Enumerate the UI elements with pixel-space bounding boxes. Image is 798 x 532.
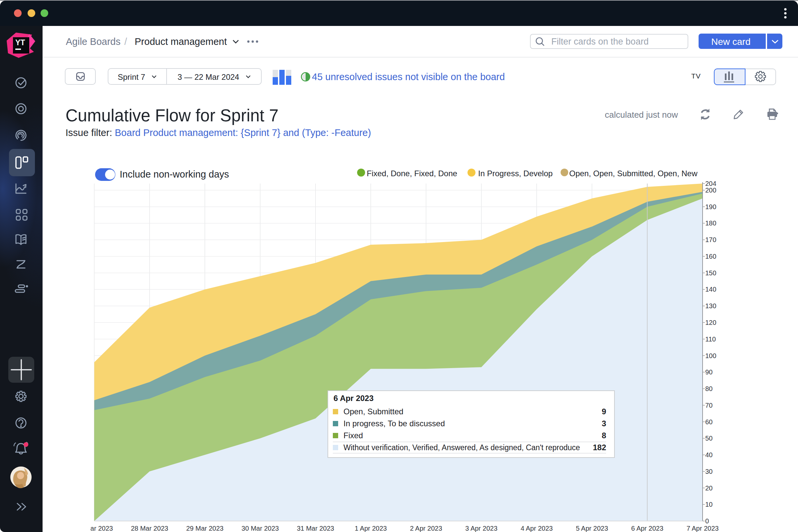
- svg-text:170: 170: [705, 236, 716, 243]
- svg-text:28 Mar 2023: 28 Mar 2023: [131, 525, 168, 532]
- svg-text:40: 40: [705, 451, 712, 458]
- svg-text:180: 180: [705, 220, 716, 227]
- svg-text:10: 10: [705, 501, 712, 508]
- svg-text:0: 0: [705, 517, 709, 525]
- svg-text:140: 140: [705, 286, 716, 293]
- svg-text:7 Apr 2023: 7 Apr 2023: [687, 525, 719, 532]
- svg-text:6 Apr 2023: 6 Apr 2023: [631, 525, 663, 532]
- svg-text:4 Apr 2023: 4 Apr 2023: [521, 525, 553, 532]
- svg-text:30 Mar 2023: 30 Mar 2023: [241, 525, 279, 532]
- svg-text:100: 100: [705, 352, 716, 359]
- svg-text:5 Apr 2023: 5 Apr 2023: [576, 525, 608, 532]
- svg-text:80: 80: [705, 385, 712, 392]
- svg-text:2 Apr 2023: 2 Apr 2023: [410, 525, 442, 532]
- svg-text:110: 110: [705, 336, 716, 343]
- svg-text:70: 70: [705, 402, 712, 409]
- svg-text:60: 60: [705, 418, 712, 425]
- svg-text:190: 190: [705, 203, 716, 210]
- svg-text:3 Apr 2023: 3 Apr 2023: [465, 525, 497, 532]
- svg-text:130: 130: [705, 302, 716, 309]
- svg-text:120: 120: [705, 319, 716, 326]
- svg-text:150: 150: [705, 269, 716, 277]
- svg-text:160: 160: [705, 253, 716, 260]
- svg-text:29 Mar 2023: 29 Mar 2023: [186, 525, 224, 532]
- svg-text:204: 204: [705, 180, 716, 187]
- svg-text:200: 200: [705, 187, 716, 194]
- svg-text:90: 90: [705, 368, 712, 376]
- svg-text:50: 50: [705, 435, 712, 442]
- svg-text:20: 20: [705, 484, 712, 492]
- svg-text:27 Mar 2023: 27 Mar 2023: [75, 525, 113, 532]
- svg-text:31 Mar 2023: 31 Mar 2023: [297, 525, 334, 532]
- svg-text:30: 30: [705, 468, 712, 475]
- svg-text:1 Apr 2023: 1 Apr 2023: [355, 525, 387, 532]
